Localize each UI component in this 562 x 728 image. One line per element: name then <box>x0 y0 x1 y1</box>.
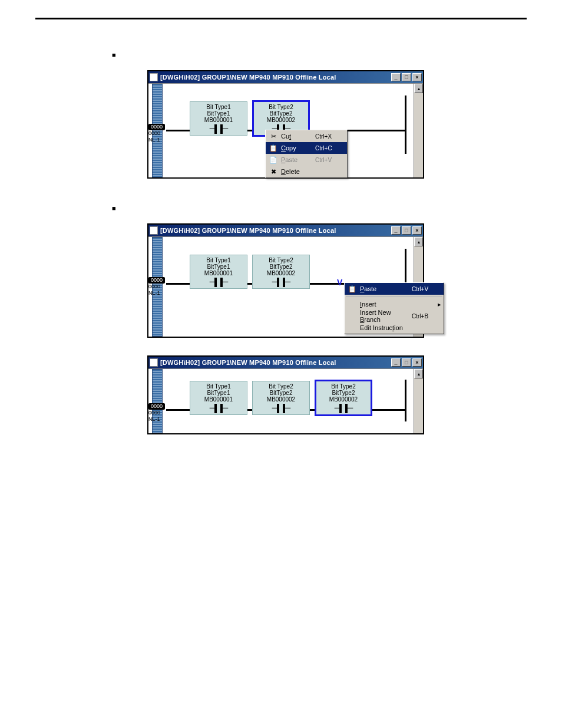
bullet-1: ■ <box>112 49 527 58</box>
scroll-up-button[interactable]: ▴ <box>414 237 423 246</box>
app-icon <box>150 73 158 81</box>
contact-bittype1[interactable]: Bit Type1 BitType1 MB000001 ── <box>190 381 247 415</box>
paste-icon: 📋 <box>347 285 358 293</box>
menu-insert[interactable]: Insert ▸ <box>345 298 444 310</box>
square-bullet-icon: ■ <box>112 51 116 58</box>
copy-icon: 📋 <box>268 144 279 152</box>
maximize-button[interactable]: □ <box>402 73 411 81</box>
window-result: [DWGH\H02] GROUP1\NEW MP940 MP910 Offlin… <box>147 355 424 434</box>
scroll-up-button[interactable]: ▴ <box>414 369 423 378</box>
menu-cut[interactable]: ✂ Cut Ctrl+X <box>266 130 347 142</box>
window-copy: [DWGH\H02] GROUP1\NEW MP940 MP910 Offlin… <box>147 70 424 179</box>
scroll-up-button[interactable]: ▴ <box>414 84 423 93</box>
app-icon <box>150 226 158 235</box>
titlebar[interactable]: [DWGH\H02] GROUP1\NEW MP940 MP910 Offlin… <box>148 71 423 83</box>
window-title: [DWGH\H02] GROUP1\NEW MP940 MP910 Offlin… <box>160 227 390 234</box>
ladder-canvas: 0000 0000 NL-1 Bit Type1 BitType1 MB0000… <box>148 368 423 433</box>
context-menu-edit: ✂ Cut Ctrl+X 📋 Copy Ctrl+C 📄 Paste Ctrl+… <box>265 130 348 178</box>
window-title: [DWGH\H02] GROUP1\NEW MP940 MP910 Offlin… <box>160 359 390 366</box>
step-info: 0000 0000 NL-1 <box>148 124 165 143</box>
maximize-button[interactable]: □ <box>402 226 411 235</box>
contact-bittype2[interactable]: Bit Type2 BitType2 MB000002 ── <box>252 381 310 415</box>
minimize-button[interactable]: _ <box>391 73 401 81</box>
titlebar[interactable]: [DWGH\H02] GROUP1\NEW MP940 MP910 Offlin… <box>148 225 423 236</box>
minimize-button[interactable]: _ <box>391 358 401 367</box>
vertical-scrollbar[interactable]: ▴ <box>414 369 423 433</box>
menu-edit-instruction[interactable]: Edit Instruction <box>345 322 444 334</box>
submenu-arrow-icon: ▸ <box>434 301 441 308</box>
step-info: 0000 0000 NL-1 <box>148 403 165 423</box>
contact-symbol-icon: ── <box>318 404 369 413</box>
cut-icon: ✂ <box>268 133 279 140</box>
contact-bittype2[interactable]: Bit Type2 BitType2 MB000002 ── <box>252 255 310 289</box>
app-icon <box>150 358 158 367</box>
delete-icon: ✖ <box>268 168 279 176</box>
window-paste: [DWGH\H02] GROUP1\NEW MP940 MP910 Offlin… <box>147 223 424 338</box>
contact-symbol-icon: ── <box>191 124 246 134</box>
close-button[interactable]: × <box>412 73 422 81</box>
contact-bittype1[interactable]: Bit Type1 BitType1 MB000001 ── <box>190 255 247 289</box>
menu-insert-new-branch[interactable]: Insert New Branch Ctrl+B <box>345 310 444 322</box>
close-button[interactable]: × <box>412 226 422 235</box>
contact-symbol-icon: ── <box>254 404 308 413</box>
contact-symbol-icon: ── <box>191 404 246 413</box>
right-rail <box>405 380 406 421</box>
page-rule <box>35 18 527 19</box>
context-menu-paste: 📋 Paste Ctrl+V Insert ▸ Insert New Branc… <box>344 282 444 334</box>
close-button[interactable]: × <box>412 358 422 367</box>
minimize-button[interactable]: _ <box>391 226 401 235</box>
left-margin-strip <box>152 369 163 433</box>
menu-copy[interactable]: 📋 Copy Ctrl+C <box>266 142 347 154</box>
vertical-scrollbar[interactable]: ▴ <box>414 84 423 177</box>
menu-delete[interactable]: ✖ Delete <box>266 166 347 177</box>
step-info: 0000 0000 NL-1 <box>148 277 165 297</box>
contact-bittype2-pasted[interactable]: Bit Type2 BitType2 MB000002 ── <box>315 380 372 416</box>
titlebar[interactable]: [DWGH\H02] GROUP1\NEW MP940 MP910 Offlin… <box>148 357 423 368</box>
bullet-2: ■ <box>112 202 527 212</box>
window-title: [DWGH\H02] GROUP1\NEW MP940 MP910 Offlin… <box>160 74 390 81</box>
insertion-cursor-icon: V <box>337 278 342 287</box>
right-rail <box>405 95 406 154</box>
contact-symbol-icon: ── <box>191 278 246 287</box>
maximize-button[interactable]: □ <box>402 358 411 367</box>
paste-icon: 📄 <box>268 156 279 164</box>
menu-paste: 📄 Paste Ctrl+V <box>266 154 347 166</box>
square-bullet-icon: ■ <box>112 205 116 212</box>
menu-paste[interactable]: 📋 Paste Ctrl+V <box>345 283 444 295</box>
ladder-canvas: 0000 0000 NL-1 Bit Type1 BitType1 MB0000… <box>148 83 423 177</box>
contact-bittype1[interactable]: Bit Type1 BitType1 MB000001 ── <box>190 101 247 136</box>
contact-symbol-icon: ── <box>254 278 308 287</box>
